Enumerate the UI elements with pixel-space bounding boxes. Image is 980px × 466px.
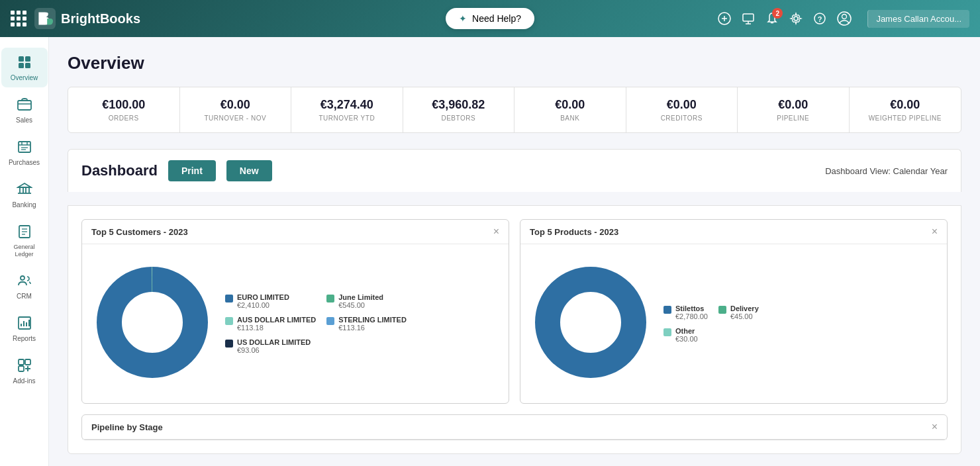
stats-row: €100.00 ORDERS €0.00 TURNOVER - NOV €3,2…	[68, 87, 961, 133]
svg-point-12	[842, 15, 847, 19]
stat-bank: €0.00 BANK	[514, 87, 626, 132]
legend-color-june-limited	[326, 295, 334, 303]
stat-turnover-nov-label: TURNOVER - NOV	[188, 115, 283, 122]
sidebar-item-label-banking: Banking	[12, 201, 36, 209]
legend-item-euro-limited: EURO LIMITED €2,410.00	[225, 293, 316, 309]
svg-rect-41	[19, 359, 24, 365]
sidebar-item-label-sales: Sales	[16, 117, 32, 124]
general-ledger-icon	[15, 222, 34, 241]
charts-container: Top 5 Customers - 2023 ×	[68, 205, 961, 454]
top-products-legend: Stilettos €2,780.00 Delivery €45.00	[663, 304, 763, 343]
sidebar-item-crm[interactable]: CRM	[1, 266, 48, 306]
pipeline-header: Pipeline by Stage ×	[82, 415, 947, 440]
top-products-donut	[531, 263, 650, 385]
svg-point-55	[561, 293, 620, 352]
legend-color-delivery	[718, 306, 726, 314]
legend-color-euro-limited	[225, 295, 233, 303]
top-customers-legend: EURO LIMITED €2,410.00 June Limited €545…	[225, 293, 417, 354]
svg-rect-4	[743, 14, 754, 21]
legend-item-june-limited: June Limited €545.00	[326, 293, 417, 309]
svg-point-51	[122, 293, 182, 352]
svg-rect-13	[19, 56, 24, 62]
stat-orders: €100.00 ORDERS	[68, 87, 180, 132]
svg-marker-25	[18, 183, 31, 187]
sidebar-item-label-add-ins: Add-ins	[13, 377, 36, 385]
sidebar-item-reports[interactable]: Reports	[1, 308, 48, 348]
top-products-close-button[interactable]: ×	[932, 226, 938, 237]
top-products-chart: Top 5 Products - 2023 ×	[520, 219, 948, 404]
settings-button[interactable]	[789, 12, 803, 25]
legend-color-aus-dollar	[225, 317, 233, 325]
purchases-icon	[15, 138, 34, 156]
help-button[interactable]: ✦ Need Help?	[446, 8, 534, 29]
stat-orders-value: €100.00	[76, 98, 172, 112]
dashboard-title: Dashboard	[81, 162, 158, 179]
top-products-header: Top 5 Products - 2023 ×	[520, 220, 947, 244]
stat-weighted-pipeline-label: WEIGHTED PIPELINE	[858, 115, 954, 122]
legend-text-june-limited: June Limited €545.00	[338, 293, 383, 309]
legend-text-other: Other €30.00	[675, 327, 698, 343]
svg-rect-17	[18, 101, 31, 110]
legend-text-delivery: Delivery €45.00	[730, 304, 759, 320]
user-name-button[interactable]: James Callan Accou...	[867, 10, 969, 28]
logo: BrightBooks	[34, 8, 140, 29]
svg-point-8	[794, 17, 798, 21]
svg-rect-15	[19, 63, 24, 68]
monitor-button[interactable]	[742, 12, 755, 25]
stat-turnover-ytd-label: TURNOVER YTD	[299, 115, 395, 122]
legend-item-us-dollar: US DOLLAR LIMITED €93.06	[225, 338, 316, 354]
pipeline-close-button[interactable]: ×	[932, 422, 938, 432]
banking-icon	[15, 180, 34, 199]
stat-weighted-pipeline-value: €0.00	[858, 98, 954, 112]
dashboard-view-label: Dashboard View: Calendar Year	[825, 166, 948, 176]
main-layout: Overview Sales Purchases Banking General	[0, 37, 980, 466]
stat-orders-label: ORDERS	[76, 115, 172, 122]
top-products-title: Top 5 Products - 2023	[530, 227, 618, 237]
sidebar-item-add-ins[interactable]: Add-ins	[1, 351, 48, 391]
legend-text-sterling: STERLING LIMITED €113.16	[338, 316, 407, 332]
svg-rect-42	[25, 359, 30, 365]
legend-color-us-dollar	[225, 340, 233, 348]
svg-rect-19	[19, 142, 30, 152]
stat-pipeline: €0.00 PIPELINE	[738, 87, 850, 132]
legend-item-sterling: STERLING LIMITED €113.16	[326, 316, 417, 332]
stat-weighted-pipeline: €0.00 WEIGHTED PIPELINE	[850, 87, 961, 132]
page-title: Overview	[68, 53, 961, 73]
stat-turnover-nov: €0.00 TURNOVER - NOV	[180, 87, 292, 132]
legend-text-us-dollar: US DOLLAR LIMITED €93.06	[237, 338, 311, 354]
sidebar-item-sales[interactable]: Sales	[1, 90, 48, 130]
stat-pipeline-label: PIPELINE	[746, 115, 841, 122]
top-customers-title: Top 5 Customers - 2023	[91, 227, 188, 237]
top-customers-close-button[interactable]: ×	[493, 226, 499, 237]
logo-text: BrightBooks	[61, 11, 140, 26]
pipeline-title: Pipeline by Stage	[91, 422, 163, 432]
legend-text-euro-limited: EURO LIMITED €2,410.00	[237, 293, 289, 309]
charts-row: Top 5 Customers - 2023 ×	[81, 219, 948, 404]
apps-grid-icon[interactable]	[11, 11, 26, 26]
stat-pipeline-value: €0.00	[746, 98, 841, 112]
new-button[interactable]: New	[226, 160, 272, 181]
crm-icon	[15, 271, 34, 290]
user-profile-icon[interactable]	[837, 11, 852, 26]
legend-text-stilettos: Stilettos €2,780.00	[675, 304, 708, 320]
add-button[interactable]	[718, 12, 731, 25]
print-button[interactable]: Print	[168, 160, 216, 181]
legend-color-sterling	[326, 317, 334, 325]
pipeline-card: Pipeline by Stage ×	[81, 414, 948, 440]
nav-right: 2 ? James Callan Accou...	[718, 10, 969, 28]
sidebar-item-purchases[interactable]: Purchases	[1, 132, 48, 172]
help-circle-button[interactable]: ?	[813, 12, 826, 25]
notifications-button[interactable]: 2	[765, 12, 779, 25]
svg-rect-14	[25, 56, 30, 62]
stat-debtors: €3,960.82 DEBTORS	[403, 87, 515, 132]
stat-creditors-value: €0.00	[634, 98, 730, 112]
sidebar-item-general-ledger[interactable]: General Ledger	[1, 217, 48, 263]
stat-creditors: €0.00 CREDITORS	[626, 87, 738, 132]
stat-bank-value: €0.00	[522, 98, 618, 112]
sidebar: Overview Sales Purchases Banking General	[0, 37, 49, 466]
top-nav: BrightBooks ✦ Need Help? 2 ? James Calla…	[0, 0, 980, 37]
sidebar-item-banking[interactable]: Banking	[1, 175, 48, 214]
sidebar-item-overview[interactable]: Overview	[1, 48, 48, 87]
stat-debtors-value: €3,960.82	[411, 98, 507, 112]
top-products-body: Stilettos €2,780.00 Delivery €45.00	[520, 244, 947, 403]
